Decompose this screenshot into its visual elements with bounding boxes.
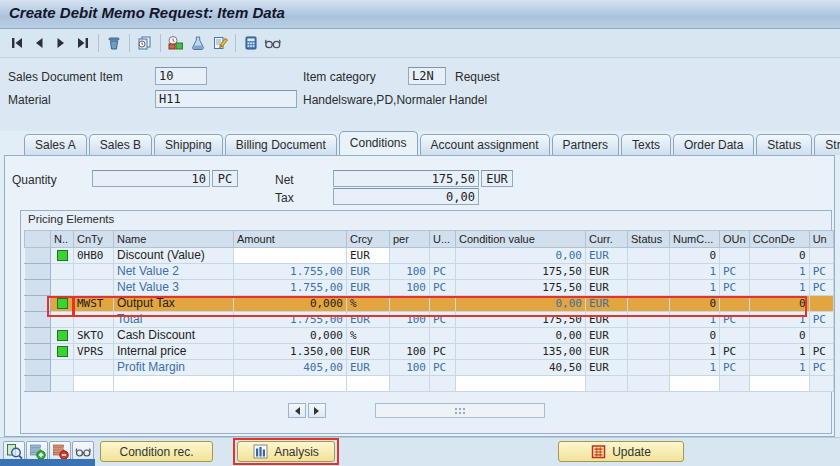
cell-curr: EUR — [586, 360, 628, 376]
pricing-row: Total1.755,00EUR100PC175,50EUR1PC1PC — [25, 312, 834, 328]
cell-curr: EUR — [586, 264, 628, 280]
next-item-icon[interactable] — [50, 32, 72, 54]
tab-status[interactable]: Status — [756, 134, 812, 155]
cell-crcy[interactable]: EUR — [347, 248, 390, 264]
net-currency-field: EUR — [481, 170, 513, 187]
cell-u: PC — [430, 360, 456, 376]
item-category-label: Item category — [303, 70, 376, 84]
item-category-field[interactable]: L2N — [408, 67, 446, 85]
toolbar-separator — [98, 34, 99, 52]
tab-texts[interactable]: Texts — [621, 134, 671, 155]
tab-account-assignment[interactable]: Account assignment — [420, 134, 550, 155]
sap-window: Create Debit Memo Request: Item Data Sal… — [0, 0, 840, 466]
cell-condval: 0,00 — [456, 248, 586, 264]
cell-oun — [720, 248, 750, 264]
delete-item-icon[interactable] — [103, 32, 125, 54]
previous-item-icon[interactable] — [28, 32, 50, 54]
quantity-field[interactable]: 10 — [92, 170, 210, 187]
row-selector[interactable] — [25, 344, 51, 360]
cell-un: PC — [809, 360, 833, 376]
pricing-row: Profit Margin405,00EUR100PC40,50EUR1PC1P… — [25, 360, 834, 376]
cell-condval[interactable] — [456, 376, 586, 392]
update-button[interactable]: Update — [558, 441, 684, 462]
cell-per: 100 — [390, 264, 430, 280]
cell-un: PC — [809, 344, 833, 360]
row-selector[interactable] — [25, 296, 51, 312]
cell-per: 100 — [390, 312, 430, 328]
scroll-right-button[interactable] — [308, 403, 326, 418]
insert-row-button[interactable] — [26, 441, 48, 461]
copy-item-icon[interactable] — [134, 32, 156, 54]
pricing-date-icon[interactable] — [165, 32, 187, 54]
cell-numc[interactable] — [670, 376, 720, 392]
cell-cnty — [74, 312, 114, 328]
cell-crcy: % — [347, 296, 390, 312]
cell-amount[interactable] — [234, 248, 347, 264]
cell-oun — [720, 296, 750, 312]
cell-statuscol — [628, 248, 670, 264]
last-item-icon[interactable] — [72, 32, 94, 54]
cell-name: Net Value 3 — [114, 280, 234, 296]
cell-numc: 1 — [670, 312, 720, 328]
scroll-left-button[interactable] — [288, 403, 306, 418]
cell-cconde[interactable] — [749, 376, 809, 392]
sales-doc-item-field[interactable]: 10 — [155, 67, 207, 85]
cell-condval: 135,00 — [456, 344, 586, 360]
tab-partners[interactable]: Partners — [552, 134, 619, 155]
cell-cnty — [74, 360, 114, 376]
cell-cnty[interactable] — [74, 376, 114, 392]
row-selector[interactable] — [25, 312, 51, 328]
batch-flask-icon[interactable] — [187, 32, 209, 54]
cell-u — [430, 296, 456, 312]
row-selector[interactable] — [25, 328, 51, 344]
column-header-cnty: CnTy — [74, 231, 114, 248]
cell-cconde: 0 — [749, 248, 809, 264]
calculator-icon[interactable] — [240, 32, 262, 54]
display-glasses-icon[interactable] — [262, 32, 284, 54]
quantity-unit-field[interactable]: PC — [212, 170, 238, 187]
cell-status — [51, 312, 74, 328]
cell-curr: EUR — [586, 312, 628, 328]
cell-name[interactable] — [114, 376, 234, 392]
row-selector[interactable] — [25, 360, 51, 376]
delete-row-button[interactable] — [49, 441, 71, 461]
edit-note-icon[interactable] — [209, 32, 231, 54]
tab-structure[interactable]: Structure — [814, 134, 840, 155]
tab-conditions[interactable]: Conditions — [339, 131, 418, 155]
row-selector[interactable] — [25, 280, 51, 296]
cell-un: PC — [809, 264, 833, 280]
row-selector[interactable] — [25, 248, 51, 264]
analysis-button[interactable]: Analysis — [237, 441, 335, 462]
analysis-chart-icon — [253, 444, 268, 459]
column-header-condition-value: Condition value — [456, 231, 586, 248]
tab-billing-document[interactable]: Billing Document — [225, 134, 337, 155]
display-condition-button[interactable] — [72, 441, 94, 461]
cell-crcy[interactable] — [347, 376, 390, 392]
pricing-row: VPRSInternal price1.350,00EUR100PC135,00… — [25, 344, 834, 360]
tab-sales-b[interactable]: Sales B — [89, 134, 152, 155]
cell-condval: 175,50 — [456, 280, 586, 296]
row-selector[interactable] — [25, 264, 51, 280]
row-selector[interactable] — [25, 376, 51, 392]
cell-status — [51, 264, 74, 280]
first-item-icon[interactable] — [6, 32, 28, 54]
cell-cconde: 0 — [749, 296, 809, 312]
cell-u: PC — [430, 264, 456, 280]
condition-detail-button[interactable] — [3, 441, 25, 461]
column-header-sel — [25, 231, 51, 248]
tab-shipping[interactable]: Shipping — [154, 134, 223, 155]
cell-crcy: EUR — [347, 360, 390, 376]
cell-cnty — [74, 264, 114, 280]
cell-amount: 0,000 — [234, 296, 347, 312]
column-header-curr-: Curr. — [586, 231, 628, 248]
horizontal-scrollbar-thumb[interactable] — [375, 403, 545, 418]
update-prices-icon — [591, 444, 606, 459]
item-category-desc: Request — [455, 70, 500, 84]
material-field[interactable]: H11 — [155, 90, 297, 108]
condition-rec-button[interactable]: Condition rec. — [100, 441, 213, 462]
cell-amount: 1.755,00 — [234, 264, 347, 280]
tab-sales-a[interactable]: Sales A — [24, 134, 87, 155]
cell-amount[interactable] — [234, 376, 347, 392]
cell-condval: 40,50 — [456, 360, 586, 376]
tab-order-data[interactable]: Order Data — [673, 134, 754, 155]
